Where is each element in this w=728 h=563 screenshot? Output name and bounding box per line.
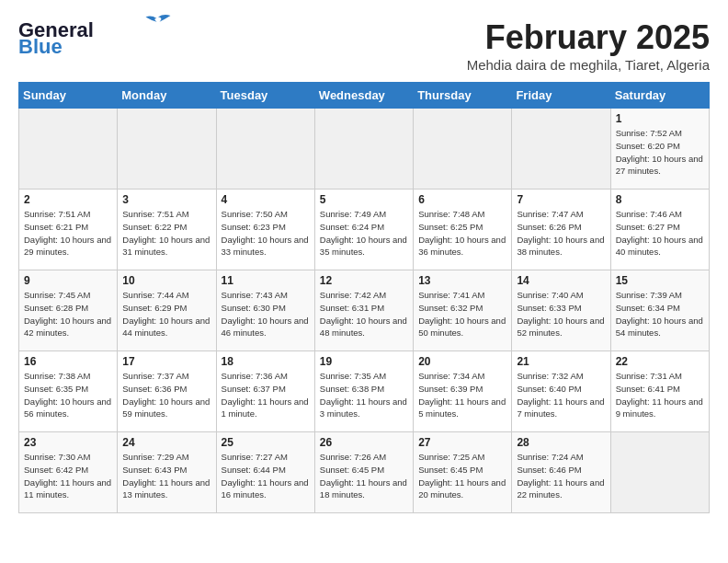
day-number: 11 (222, 274, 310, 287)
day-info: Sunrise: 7:44 AM Sunset: 6:29 PM Dayligh… (122, 289, 210, 339)
calendar-cell: 4Sunrise: 7:50 AM Sunset: 6:23 PM Daylig… (216, 190, 314, 270)
calendar-cell: 8Sunrise: 7:46 AM Sunset: 6:27 PM Daylig… (610, 190, 709, 270)
day-number: 19 (320, 355, 408, 368)
calendar-cell: 11Sunrise: 7:43 AM Sunset: 6:30 PM Dayli… (216, 270, 314, 351)
calendar-cell: 16Sunrise: 7:38 AM Sunset: 6:35 PM Dayli… (19, 351, 118, 432)
day-info: Sunrise: 7:39 AM Sunset: 6:34 PM Dayligh… (616, 289, 704, 339)
day-number: 8 (616, 193, 704, 206)
day-info: Sunrise: 7:49 AM Sunset: 6:24 PM Dayligh… (320, 208, 408, 259)
day-info: Sunrise: 7:51 AM Sunset: 6:21 PM Dayligh… (24, 208, 112, 259)
calendar-cell: 10Sunrise: 7:44 AM Sunset: 6:29 PM Dayli… (118, 270, 216, 351)
day-number: 14 (517, 274, 605, 287)
calendar-cell: 9Sunrise: 7:45 AM Sunset: 6:28 PM Daylig… (19, 270, 118, 351)
calendar-cell (512, 109, 610, 190)
day-number: 26 (320, 436, 408, 449)
day-info: Sunrise: 7:31 AM Sunset: 6:41 PM Dayligh… (616, 370, 704, 420)
calendar-week-row: 23Sunrise: 7:30 AM Sunset: 6:42 PM Dayli… (19, 432, 710, 513)
calendar-week-row: 1Sunrise: 7:52 AM Sunset: 6:20 PM Daylig… (19, 109, 710, 190)
calendar-cell (216, 109, 314, 190)
header-wednesday: Wednesday (314, 83, 413, 109)
day-info: Sunrise: 7:52 AM Sunset: 6:20 PM Dayligh… (616, 127, 704, 178)
day-info: Sunrise: 7:40 AM Sunset: 6:33 PM Dayligh… (517, 289, 605, 339)
day-number: 24 (122, 436, 210, 449)
calendar-cell: 18Sunrise: 7:36 AM Sunset: 6:37 PM Dayli… (216, 351, 314, 432)
day-number: 27 (418, 436, 506, 449)
header-monday: Monday (118, 83, 216, 109)
calendar-week-row: 9Sunrise: 7:45 AM Sunset: 6:28 PM Daylig… (19, 270, 710, 351)
calendar-cell: 6Sunrise: 7:48 AM Sunset: 6:25 PM Daylig… (414, 190, 512, 270)
calendar-cell: 27Sunrise: 7:25 AM Sunset: 6:45 PM Dayli… (414, 432, 512, 513)
day-info: Sunrise: 7:38 AM Sunset: 6:35 PM Dayligh… (24, 370, 112, 420)
day-number: 13 (418, 274, 506, 287)
day-info: Sunrise: 7:26 AM Sunset: 6:45 PM Dayligh… (320, 451, 408, 501)
day-number: 3 (122, 193, 210, 206)
calendar-cell: 19Sunrise: 7:35 AM Sunset: 6:38 PM Dayli… (314, 351, 413, 432)
calendar-cell (118, 109, 216, 190)
day-info: Sunrise: 7:29 AM Sunset: 6:43 PM Dayligh… (122, 451, 210, 501)
day-number: 16 (24, 355, 112, 368)
calendar-cell: 14Sunrise: 7:40 AM Sunset: 6:33 PM Dayli… (512, 270, 610, 351)
calendar-cell: 5Sunrise: 7:49 AM Sunset: 6:24 PM Daylig… (314, 190, 413, 270)
day-number: 6 (418, 193, 506, 206)
calendar-cell: 25Sunrise: 7:27 AM Sunset: 6:44 PM Dayli… (216, 432, 314, 513)
day-info: Sunrise: 7:35 AM Sunset: 6:38 PM Dayligh… (320, 370, 408, 420)
calendar-cell: 15Sunrise: 7:39 AM Sunset: 6:34 PM Dayli… (610, 270, 709, 351)
header-thursday: Thursday (414, 83, 512, 109)
day-info: Sunrise: 7:24 AM Sunset: 6:46 PM Dayligh… (517, 451, 605, 501)
day-number: 25 (222, 436, 310, 449)
day-info: Sunrise: 7:42 AM Sunset: 6:31 PM Dayligh… (320, 289, 408, 339)
calendar-cell: 22Sunrise: 7:31 AM Sunset: 6:41 PM Dayli… (610, 351, 709, 432)
day-number: 18 (222, 355, 310, 368)
logo-text-blue: Blue (18, 35, 63, 59)
day-number: 17 (122, 355, 210, 368)
calendar-cell: 24Sunrise: 7:29 AM Sunset: 6:43 PM Dayli… (118, 432, 216, 513)
calendar-cell: 23Sunrise: 7:30 AM Sunset: 6:42 PM Dayli… (19, 432, 118, 513)
day-number: 9 (24, 274, 112, 287)
calendar-cell: 17Sunrise: 7:37 AM Sunset: 6:36 PM Dayli… (118, 351, 216, 432)
calendar-week-row: 16Sunrise: 7:38 AM Sunset: 6:35 PM Dayli… (19, 351, 710, 432)
day-number: 23 (24, 436, 112, 449)
day-number: 21 (517, 355, 605, 368)
day-info: Sunrise: 7:25 AM Sunset: 6:45 PM Dayligh… (418, 451, 506, 501)
calendar-cell (610, 432, 709, 513)
header-tuesday: Tuesday (216, 83, 314, 109)
calendar-cell: 20Sunrise: 7:34 AM Sunset: 6:39 PM Dayli… (414, 351, 512, 432)
day-number: 20 (418, 355, 506, 368)
calendar-cell: 12Sunrise: 7:42 AM Sunset: 6:31 PM Dayli… (314, 270, 413, 351)
day-number: 2 (24, 193, 112, 206)
calendar-week-row: 2Sunrise: 7:51 AM Sunset: 6:21 PM Daylig… (19, 190, 710, 270)
calendar-cell (414, 109, 512, 190)
calendar-header-row: Sunday Monday Tuesday Wednesday Thursday… (19, 83, 710, 109)
day-number: 15 (616, 274, 704, 287)
day-info: Sunrise: 7:51 AM Sunset: 6:22 PM Dayligh… (122, 208, 210, 259)
day-info: Sunrise: 7:41 AM Sunset: 6:32 PM Dayligh… (418, 289, 506, 339)
day-info: Sunrise: 7:32 AM Sunset: 6:40 PM Dayligh… (517, 370, 605, 420)
calendar-cell: 28Sunrise: 7:24 AM Sunset: 6:46 PM Dayli… (512, 432, 610, 513)
calendar-subtitle: Mehdia daira de meghila, Tiaret, Algeria (467, 57, 710, 73)
calendar-cell: 26Sunrise: 7:26 AM Sunset: 6:45 PM Dayli… (314, 432, 413, 513)
page-header: General Blue February 2025 Mehdia daira … (18, 18, 710, 73)
day-number: 1 (616, 112, 704, 125)
calendar-cell: 21Sunrise: 7:32 AM Sunset: 6:40 PM Dayli… (512, 351, 610, 432)
day-number: 12 (320, 274, 408, 287)
day-info: Sunrise: 7:36 AM Sunset: 6:37 PM Dayligh… (222, 370, 310, 420)
calendar-cell: 7Sunrise: 7:47 AM Sunset: 6:26 PM Daylig… (512, 190, 610, 270)
calendar-cell: 13Sunrise: 7:41 AM Sunset: 6:32 PM Dayli… (414, 270, 512, 351)
day-info: Sunrise: 7:34 AM Sunset: 6:39 PM Dayligh… (418, 370, 506, 420)
day-info: Sunrise: 7:50 AM Sunset: 6:23 PM Dayligh… (222, 208, 310, 259)
header-sunday: Sunday (19, 83, 118, 109)
title-block: February 2025 Mehdia daira de meghila, T… (467, 18, 710, 73)
calendar-cell (19, 109, 118, 190)
header-saturday: Saturday (610, 83, 709, 109)
day-info: Sunrise: 7:37 AM Sunset: 6:36 PM Dayligh… (122, 370, 210, 420)
day-info: Sunrise: 7:27 AM Sunset: 6:44 PM Dayligh… (222, 451, 310, 501)
day-info: Sunrise: 7:43 AM Sunset: 6:30 PM Dayligh… (222, 289, 310, 339)
logo-bird-icon (144, 13, 172, 31)
day-number: 28 (517, 436, 605, 449)
calendar-cell (314, 109, 413, 190)
day-info: Sunrise: 7:47 AM Sunset: 6:26 PM Dayligh… (517, 208, 605, 259)
calendar-table: Sunday Monday Tuesday Wednesday Thursday… (18, 82, 710, 513)
calendar-title: February 2025 (467, 18, 710, 57)
logo: General Blue (18, 18, 172, 59)
calendar-cell: 1Sunrise: 7:52 AM Sunset: 6:20 PM Daylig… (610, 109, 709, 190)
